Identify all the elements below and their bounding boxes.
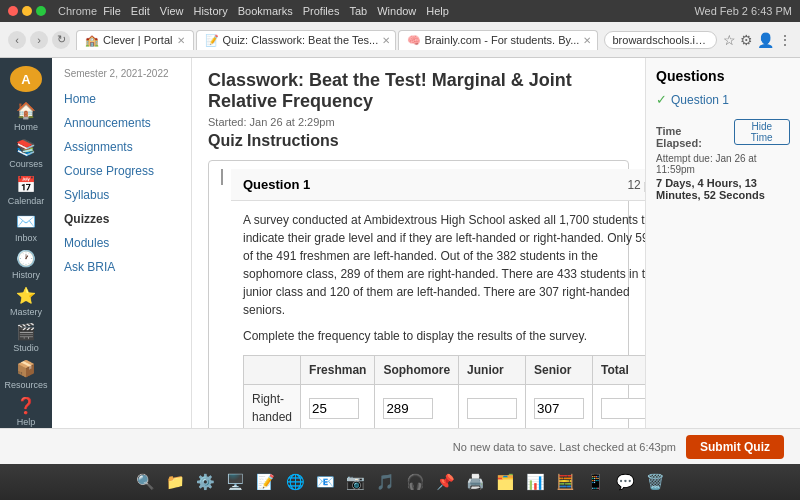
- dock-display[interactable]: 🖥️: [222, 469, 248, 495]
- cell-rh-sophomore[interactable]: [375, 385, 459, 429]
- questions-panel-header: Questions: [656, 68, 790, 84]
- dock-notes[interactable]: 📝: [252, 469, 278, 495]
- sidebar-label: Calendar: [8, 196, 45, 206]
- nav-quizzes[interactable]: Quizzes: [52, 207, 191, 231]
- sidebar-item-home[interactable]: 🏠 Home: [6, 100, 46, 133]
- menu-file[interactable]: File: [103, 5, 121, 17]
- dock-finder[interactable]: 🔍: [132, 469, 158, 495]
- dock-mail[interactable]: 📧: [312, 469, 338, 495]
- dock-settings[interactable]: ⚙️: [192, 469, 218, 495]
- dock-browser[interactable]: 🌐: [282, 469, 308, 495]
- input-rh-freshman[interactable]: [309, 398, 359, 419]
- menu-view[interactable]: View: [160, 5, 184, 17]
- quiz-content: Classwork: Beat the Test! Marginal & Joi…: [192, 58, 645, 428]
- dock-music[interactable]: 🎵: [372, 469, 398, 495]
- cell-rh-senior[interactable]: [526, 385, 593, 429]
- profile-icon[interactable]: 👤: [757, 32, 774, 48]
- tab-close-icon[interactable]: ✕: [382, 35, 390, 46]
- col-header-empty: [244, 356, 301, 385]
- submit-quiz-button[interactable]: Submit Quiz: [686, 435, 784, 459]
- sidebar-label: Inbox: [15, 233, 37, 243]
- minimize-window-btn[interactable]: [22, 6, 32, 16]
- dock-headphones[interactable]: 🎧: [402, 469, 428, 495]
- col-header-freshman: Freshman: [301, 356, 375, 385]
- close-window-btn[interactable]: [8, 6, 18, 16]
- calendar-icon: 📅: [16, 175, 36, 194]
- input-rh-total[interactable]: [601, 398, 645, 419]
- sidebar-item-calendar[interactable]: 📅 Calendar: [6, 174, 46, 207]
- nav-announcements[interactable]: Announcements: [52, 111, 191, 135]
- sidebar-item-help[interactable]: ❓ Help: [6, 395, 46, 428]
- menu-bookmarks[interactable]: Bookmarks: [238, 5, 293, 17]
- menu-dots-icon[interactable]: ⋮: [778, 32, 792, 48]
- cell-rh-junior[interactable]: [459, 385, 526, 429]
- input-rh-senior[interactable]: [534, 398, 584, 419]
- lms-nav: Semester 2, 2021-2022 Home Announcements…: [52, 58, 192, 428]
- question-row: Question 1 12 pts A survey conducted at …: [209, 161, 628, 428]
- dock-files[interactable]: 🗂️: [492, 469, 518, 495]
- bookmark-icon[interactable]: ☆: [723, 32, 736, 48]
- reload-button[interactable]: ↻: [52, 31, 70, 49]
- dock-messages[interactable]: 💬: [612, 469, 638, 495]
- menu-history[interactable]: History: [193, 5, 227, 17]
- menu-help[interactable]: Help: [426, 5, 449, 17]
- tab-close-icon[interactable]: ✕: [177, 35, 185, 46]
- dock-trash[interactable]: 🗑️: [642, 469, 668, 495]
- tab-favicon: 🧠: [407, 34, 421, 47]
- fullscreen-window-btn[interactable]: [36, 6, 46, 16]
- tab-clever[interactable]: 🏫 Clever | Portal ✕: [76, 30, 194, 50]
- menu-edit[interactable]: Edit: [131, 5, 150, 17]
- sidebar-label: Courses: [9, 159, 43, 169]
- sidebar-item-history[interactable]: 🕐 History: [6, 248, 46, 281]
- forward-button[interactable]: ›: [30, 31, 48, 49]
- sidebar-item-resources[interactable]: 📦 Resources: [6, 358, 46, 391]
- dock-calculator[interactable]: 🧮: [552, 469, 578, 495]
- input-rh-sophomore[interactable]: [383, 398, 433, 419]
- question-content: Question 1 12 pts A survey conducted at …: [231, 169, 645, 428]
- dock-phone[interactable]: 📱: [582, 469, 608, 495]
- sidebar-item-studio[interactable]: 🎬 Studio: [6, 321, 46, 354]
- sidebar-item-inbox[interactable]: ✉️ Inbox: [6, 211, 46, 244]
- dock-pin[interactable]: 📌: [432, 469, 458, 495]
- dock-folder[interactable]: 📁: [162, 469, 188, 495]
- dock-print[interactable]: 🖨️: [462, 469, 488, 495]
- nav-modules[interactable]: Modules: [52, 231, 191, 255]
- browser-nav: ‹ › ↻: [8, 31, 70, 49]
- home-icon: 🏠: [16, 101, 36, 120]
- check-icon: ✓: [656, 92, 667, 107]
- question-checkbox[interactable]: [221, 169, 223, 185]
- inbox-icon: ✉️: [16, 212, 36, 231]
- nav-home[interactable]: Home: [52, 87, 191, 111]
- hide-time-button[interactable]: Hide Time: [734, 119, 790, 145]
- nav-syllabus[interactable]: Syllabus: [52, 183, 191, 207]
- question-text: A survey conducted at Ambidextrous High …: [243, 211, 645, 319]
- right-panel: Questions ✓ Question 1 Time Elapsed: Hid…: [645, 58, 800, 428]
- menu-profiles[interactable]: Profiles: [303, 5, 340, 17]
- save-status: No new data to save. Last checked at 6:4…: [453, 441, 676, 453]
- nav-assignments[interactable]: Assignments: [52, 135, 191, 159]
- input-rh-junior[interactable]: [467, 398, 517, 419]
- bottom-bar: No new data to save. Last checked at 6:4…: [0, 428, 800, 464]
- question-header: Question 1 12 pts: [231, 169, 645, 201]
- resources-icon: 📦: [16, 359, 36, 378]
- extension-icon[interactable]: ⚙: [740, 32, 753, 48]
- address-bar[interactable]: browardschools.instructure.com/courses/1…: [604, 31, 718, 49]
- back-button[interactable]: ‹: [8, 31, 26, 49]
- question-1-link[interactable]: ✓ Question 1: [656, 92, 790, 107]
- menu-tab[interactable]: Tab: [349, 5, 367, 17]
- cell-rh-freshman[interactable]: [301, 385, 375, 429]
- tab-brainly[interactable]: 🧠 Brainly.com - For students. By... ✕: [398, 30, 598, 50]
- tab-close-icon[interactable]: ✕: [583, 35, 591, 46]
- tab-quiz[interactable]: 📝 Quiz: Classwork: Beat the Tes... ✕: [196, 30, 396, 50]
- nav-ask-bria[interactable]: Ask BRIA: [52, 255, 191, 279]
- sidebar-label: History: [12, 270, 40, 280]
- menu-window[interactable]: Window: [377, 5, 416, 17]
- tab-bar: 🏫 Clever | Portal ✕ 📝 Quiz: Classwork: B…: [76, 30, 598, 50]
- sidebar-item-mastery[interactable]: ⭐ Mastery: [6, 285, 46, 318]
- sidebar-item-courses[interactable]: 📚 Courses: [6, 137, 46, 170]
- dock-spreadsheet[interactable]: 📊: [522, 469, 548, 495]
- time-value: 7 Days, 4 Hours, 13 Minutes, 52 Seconds: [656, 177, 790, 201]
- cell-rh-total[interactable]: [593, 385, 645, 429]
- nav-course-progress[interactable]: Course Progress: [52, 159, 191, 183]
- dock-photos[interactable]: 📷: [342, 469, 368, 495]
